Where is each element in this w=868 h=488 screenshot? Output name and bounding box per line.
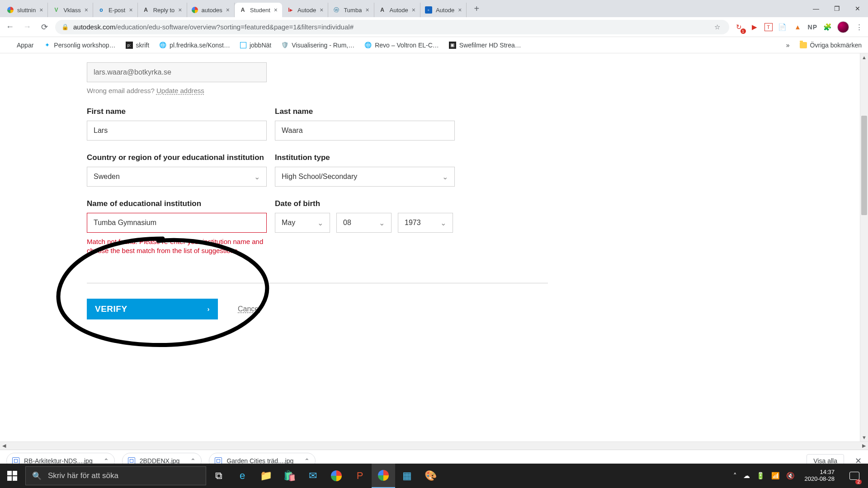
tab-3[interactable]: A Reply to ×	[138, 3, 187, 17]
wifi-icon[interactable]: 📶	[771, 472, 780, 480]
dob-year-select[interactable]: 1973⌄	[398, 213, 453, 233]
close-icon[interactable]: ×	[412, 6, 415, 14]
country-select[interactable]: Sweden ⌄	[87, 167, 267, 187]
institution-type-select[interactable]: High School/Secondary ⌄	[275, 167, 455, 187]
extension-icon[interactable]: 📄	[777, 22, 788, 33]
action-center-button[interactable]: 2	[844, 464, 864, 488]
extension-icon[interactable]: ↻	[734, 22, 745, 33]
onedrive-icon[interactable]: ☁	[743, 472, 750, 480]
taskbar-search[interactable]: 🔍 Skriv här för att söka	[25, 466, 206, 485]
profile-initials[interactable]: NP	[808, 23, 817, 31]
start-button[interactable]	[0, 464, 24, 488]
institution-error-text: Match not found. Please re-enter your in…	[87, 237, 267, 256]
bookmark-item[interactable]: 🌐pl.fredrika.se/Konst…	[159, 42, 230, 49]
tab-1[interactable]: V Vklass ×	[48, 3, 93, 17]
tray-chevron-icon[interactable]: ˄	[733, 472, 737, 480]
powerpoint-icon[interactable]: P	[348, 464, 372, 488]
extension-icon[interactable]: ▶	[749, 22, 760, 33]
autodesk-icon: A	[379, 6, 386, 14]
bookmarks-overflow[interactable]: »	[786, 42, 790, 49]
globe-icon: 🌐	[364, 42, 372, 49]
extension-icon[interactable]: ▲	[793, 22, 803, 33]
bookmark-icon	[240, 42, 246, 48]
update-address-link[interactable]: Update address	[156, 87, 204, 94]
cancel-link[interactable]: Cancel	[238, 305, 260, 313]
bookmark-item[interactable]: ▣Swefilmer HD Strea…	[449, 42, 521, 49]
bookmark-item[interactable]: 🛡️Visualisering - Rum,…	[281, 42, 354, 49]
institution-name-input[interactable]	[87, 213, 267, 233]
dob-month-select[interactable]: May⌄	[275, 213, 330, 233]
edge-icon[interactable]: e	[231, 464, 254, 488]
forward-button[interactable]: →	[21, 21, 33, 33]
scroll-right-button[interactable]: ▶	[860, 443, 868, 449]
tab-8[interactable]: A Autode ×	[374, 3, 420, 17]
close-window-button[interactable]: ✕	[847, 0, 868, 17]
google-icon	[7, 7, 14, 13]
close-icon[interactable]: ×	[274, 6, 278, 14]
scroll-up-button[interactable]: ▲	[860, 53, 868, 61]
address-bar[interactable]: 🔒 autodesk.com/education/edu-software/ov…	[55, 20, 729, 34]
vertical-scrollbar[interactable]: ▲ ▼	[860, 53, 868, 441]
extensions-icon[interactable]: 🧩	[822, 22, 833, 33]
first-name-input[interactable]	[87, 121, 267, 141]
scroll-track[interactable]	[860, 61, 868, 433]
volume-icon[interactable]: 🔇	[786, 472, 795, 480]
identity-icon: I▸	[287, 6, 294, 14]
task-view-button[interactable]: ⧉	[207, 464, 231, 488]
battery-icon[interactable]: 🔋	[756, 472, 765, 480]
close-icon[interactable]: ×	[129, 6, 132, 14]
close-icon[interactable]: ×	[320, 6, 323, 14]
close-icon[interactable]: ×	[226, 6, 230, 14]
tab-title: Vklass	[63, 7, 80, 14]
avatar[interactable]	[837, 21, 849, 33]
menu-icon[interactable]: ⋮	[854, 22, 864, 33]
tab-2[interactable]: o E-post ×	[93, 3, 138, 17]
bookmark-label: pl.fredrika.se/Konst…	[170, 42, 230, 49]
apps-button[interactable]: Appar	[6, 42, 33, 49]
last-name-input[interactable]	[275, 121, 455, 141]
scroll-thumb[interactable]	[861, 116, 867, 215]
close-icon[interactable]: ×	[178, 6, 182, 14]
chrome-icon[interactable]	[325, 464, 348, 488]
bookmark-item[interactable]: p:skrift	[126, 42, 150, 49]
horizontal-scrollbar[interactable]: ◀ ▶	[0, 441, 868, 450]
tab-4[interactable]: autodes ×	[187, 3, 235, 17]
tab-0[interactable]: sluttnin ×	[3, 3, 48, 17]
scroll-left-button[interactable]: ◀	[0, 443, 8, 449]
back-button[interactable]: ←	[4, 21, 16, 33]
taskbar-clock[interactable]: 14:37 2020-08-28	[801, 469, 839, 483]
mail-icon[interactable]: ✉	[301, 464, 325, 488]
search-placeholder: Skriv här för att söka	[48, 471, 118, 480]
tab-9[interactable]: ◦ Autode ×	[420, 3, 467, 17]
tab-5-active[interactable]: A Student ×	[235, 3, 282, 17]
other-bookmarks[interactable]: Övriga bokmärken	[800, 42, 862, 49]
close-icon[interactable]: ×	[39, 6, 43, 14]
close-icon[interactable]: ×	[85, 6, 88, 14]
new-tab-button[interactable]: +	[469, 4, 484, 14]
tab-7[interactable]: ⓦ Tumba ×	[328, 3, 374, 17]
tab-title: Tumba	[344, 7, 362, 14]
chrome-running-icon[interactable]	[372, 464, 395, 488]
paint-icon[interactable]: 🎨	[419, 464, 442, 488]
explorer-icon[interactable]: 📁	[254, 464, 278, 488]
tab-6[interactable]: I▸ Autode ×	[282, 3, 328, 17]
close-icon[interactable]: ×	[365, 6, 369, 14]
window-controls: — ❐ ✕	[806, 0, 868, 17]
verify-button[interactable]: VERIFY ›	[87, 299, 218, 319]
photos-icon[interactable]: ▦	[395, 464, 419, 488]
star-icon[interactable]: ☆	[712, 22, 723, 33]
minimize-button[interactable]: —	[806, 0, 826, 17]
extension-icon[interactable]: T	[764, 23, 773, 31]
close-icon[interactable]: ×	[458, 6, 462, 14]
first-name-label: First name	[87, 107, 267, 116]
chevron-down-icon: ⌄	[442, 173, 448, 181]
scroll-down-button[interactable]: ▼	[860, 433, 868, 441]
bookmark-item[interactable]: 🌐Revo – Voltron EL-C…	[364, 42, 439, 49]
dob-day-select[interactable]: 08⌄	[336, 213, 392, 233]
maximize-button[interactable]: ❐	[826, 0, 847, 17]
reload-button[interactable]: ⟳	[38, 21, 51, 33]
bookmark-item[interactable]: ✦Personlig workshop…	[43, 42, 115, 49]
url-path: /education/edu-software/overview?sorting…	[115, 23, 354, 31]
bookmark-item[interactable]: jobbNät	[240, 42, 271, 49]
store-icon[interactable]: 🛍️	[278, 464, 301, 488]
